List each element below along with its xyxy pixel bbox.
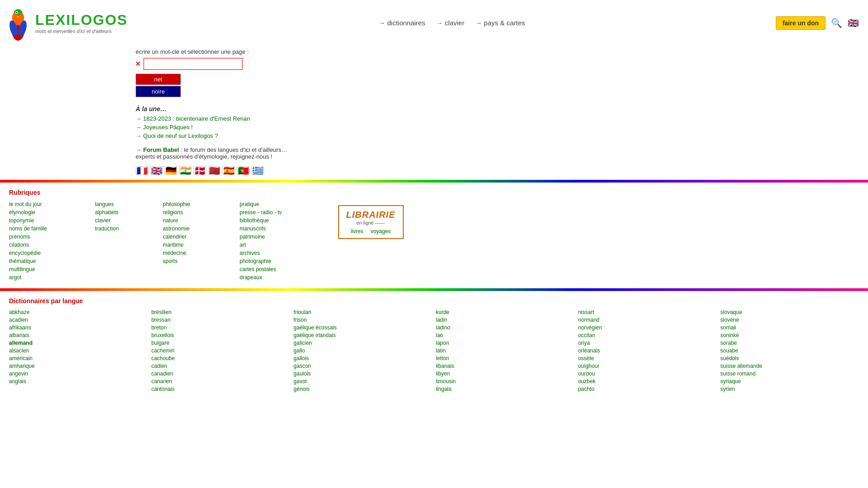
dico-link[interactable]: libyen — [436, 371, 450, 377]
dico-link[interactable]: breton — [151, 324, 167, 331]
rubriques-link[interactable]: prénoms — [9, 234, 30, 240]
a-la-une-item-2[interactable]: → Quoi de neuf sur Lexilogos ? — [136, 132, 218, 139]
rubriques-link[interactable]: citations — [9, 242, 29, 248]
dico-link[interactable]: souabe — [720, 347, 738, 354]
rubriques-link[interactable]: philosophie — [163, 201, 190, 207]
dico-link[interactable]: ourdou — [578, 371, 595, 377]
flag-icon-5[interactable]: 🇲🇦 — [208, 166, 221, 174]
dico-link[interactable]: norvégien — [578, 324, 602, 331]
rubriques-link[interactable]: bibliothèque — [240, 217, 269, 224]
rubriques-link[interactable]: thématique — [9, 258, 36, 264]
librairie-livres-link[interactable]: livres — [351, 228, 363, 235]
rubriques-link[interactable]: pratique — [240, 201, 259, 207]
dico-link[interactable]: anglais — [9, 378, 26, 385]
rubriques-link[interactable]: noms de famille — [9, 225, 47, 232]
dico-link[interactable]: canadien — [151, 371, 174, 377]
dico-link[interactable]: lapon — [436, 340, 449, 346]
rubriques-link[interactable]: médecine — [163, 250, 186, 256]
dico-link[interactable]: allemand — [9, 340, 33, 346]
rubriques-link[interactable]: art — [240, 242, 246, 248]
nav-clavier[interactable]: → clavier — [436, 19, 465, 27]
dico-link[interactable]: gavot — [293, 378, 307, 385]
rubriques-link[interactable]: nature — [163, 217, 178, 224]
rubriques-link[interactable]: multilingue — [9, 266, 35, 272]
dico-link[interactable]: brésilien — [151, 309, 172, 315]
librairie-voyages-link[interactable]: voyages — [371, 228, 391, 235]
donate-button[interactable]: faire un don — [776, 16, 826, 30]
dico-link[interactable]: suisse allemande — [720, 363, 762, 369]
dico-link[interactable]: cachemiri — [151, 347, 175, 354]
dico-link[interactable]: libanais — [436, 363, 454, 369]
dico-link[interactable]: slovène — [720, 317, 739, 323]
rubriques-link[interactable]: religions — [163, 209, 183, 216]
nav-pays-cartes[interactable]: → pays & cartes — [475, 19, 525, 27]
rubriques-link[interactable]: langues — [95, 201, 114, 207]
rubriques-link[interactable]: calendrier — [163, 234, 187, 240]
rubriques-link[interactable]: maritime — [163, 242, 184, 248]
rubriques-link[interactable]: astronomie — [163, 225, 189, 232]
dico-link[interactable]: suédois — [720, 355, 739, 361]
dico-link[interactable]: ouïghour — [578, 363, 599, 369]
rubriques-link[interactable]: cartes postales — [240, 266, 276, 272]
dico-link[interactable]: slovaque — [720, 309, 742, 315]
flag-icon-8[interactable]: 🇬🇷 — [251, 166, 264, 174]
a-la-une-item-0[interactable]: → 1823-2023 : bicentenaire d'Ernest Rena… — [136, 115, 250, 122]
dico-link[interactable]: albanais — [9, 332, 29, 338]
dico-link[interactable]: pachto — [578, 386, 594, 392]
dico-link[interactable]: bulgare — [151, 340, 170, 346]
rubriques-link[interactable]: presse - radio - tv — [240, 209, 282, 216]
dico-link[interactable]: somali — [720, 324, 736, 331]
dico-link[interactable]: gaélique irlandais — [293, 332, 335, 338]
rubriques-link[interactable]: archives — [240, 250, 260, 256]
search-net-button[interactable]: net — [136, 74, 181, 85]
dico-link[interactable]: oriya — [578, 340, 590, 346]
rubriques-link[interactable]: drapeaux — [240, 274, 262, 281]
dico-link[interactable]: cantonais — [151, 386, 175, 392]
rubriques-link[interactable]: traduction — [95, 225, 119, 232]
dico-link[interactable]: letton — [436, 355, 449, 361]
dico-link[interactable]: américain — [9, 355, 33, 361]
dico-link[interactable]: ladino — [436, 324, 450, 331]
dico-link[interactable]: frioulan — [293, 309, 311, 315]
dico-link[interactable]: lao — [436, 332, 443, 338]
dico-link[interactable]: acadien — [9, 317, 28, 323]
dico-link[interactable]: ossète — [578, 355, 594, 361]
dico-link[interactable]: occitan — [578, 332, 595, 338]
dico-link[interactable]: lingala — [436, 386, 452, 392]
dico-link[interactable]: afrikaans — [9, 324, 31, 331]
flag-icon-3[interactable]: 🇮🇳 — [179, 166, 192, 174]
dico-link[interactable]: soninké — [720, 332, 739, 338]
dico-link[interactable]: galicien — [293, 340, 312, 346]
dico-link[interactable]: canarien — [151, 378, 172, 385]
dico-link[interactable]: limousin — [436, 378, 456, 385]
dico-link[interactable]: gascon — [293, 363, 311, 369]
rubriques-link[interactable]: patrimoine — [240, 234, 265, 240]
search-noire-button[interactable]: noire — [136, 86, 181, 97]
flag-icon-4[interactable]: 🇩🇰 — [193, 166, 206, 174]
dico-link[interactable]: amharique — [9, 363, 35, 369]
dico-link[interactable]: frison — [293, 317, 307, 323]
rubriques-link[interactable]: clavier — [95, 217, 111, 224]
dico-link[interactable]: latin — [436, 347, 446, 354]
rubriques-link[interactable]: alphabets — [95, 209, 118, 216]
dico-link[interactable]: normand — [578, 317, 599, 323]
dico-link[interactable]: gaulois — [293, 371, 311, 377]
rubriques-link[interactable]: le mot du jour — [9, 201, 42, 207]
clear-button[interactable]: × — [136, 59, 141, 69]
rubriques-link[interactable]: manuscrits — [240, 225, 266, 232]
dico-link[interactable]: sorabe — [720, 340, 737, 346]
dico-link[interactable]: angevin — [9, 371, 28, 377]
dico-link[interactable]: bruxellois — [151, 332, 175, 338]
dico-link[interactable]: gaélique écossais — [293, 324, 336, 331]
dico-link[interactable]: kurde — [436, 309, 449, 315]
language-flag-icon[interactable]: 🇬🇧 — [848, 18, 859, 28]
dico-link[interactable]: ouzbek — [578, 378, 596, 385]
rubriques-link[interactable]: encyclopédie — [9, 250, 41, 256]
dico-link[interactable]: bressan — [151, 317, 171, 323]
dico-link[interactable]: gallo — [293, 347, 305, 354]
flag-icon-6[interactable]: 🇪🇸 — [222, 166, 235, 174]
rubriques-link[interactable]: photographie — [240, 258, 271, 264]
flag-icon-7[interactable]: 🇵🇹 — [237, 166, 250, 174]
rubriques-link[interactable]: étymologie — [9, 209, 35, 216]
flag-icon-2[interactable]: 🇩🇪 — [165, 166, 177, 174]
